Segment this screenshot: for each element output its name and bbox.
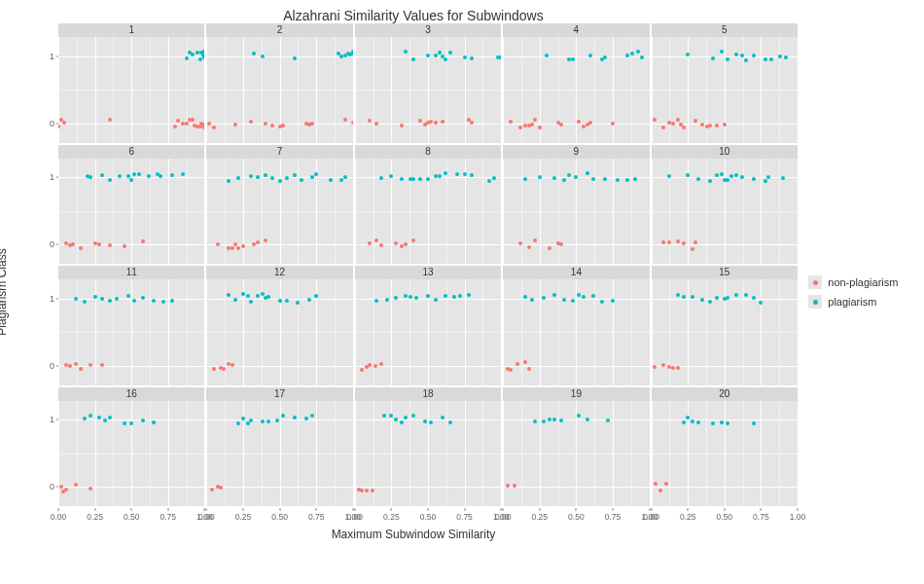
data-point	[559, 419, 563, 422]
data-point	[752, 177, 756, 181]
x-tick-label: 0.00	[347, 512, 364, 522]
y-ticks: 01	[29, 145, 56, 265]
x-ticks: 0.000.250.500.751.00	[206, 508, 352, 526]
data-point	[379, 243, 383, 247]
data-point	[108, 299, 112, 303]
data-point	[574, 175, 578, 179]
y-tick-label: 0	[50, 119, 54, 128]
facet-panel: 20	[652, 387, 798, 507]
data-point	[636, 50, 640, 54]
data-point	[108, 118, 112, 122]
data-point	[588, 121, 592, 125]
facet-body	[503, 279, 649, 385]
x-axis-label: Maximum Subwindow Similarity	[29, 528, 798, 545]
facet-strip-label: 13	[355, 266, 501, 279]
facet-strip-label: 4	[503, 23, 649, 37]
data-point	[518, 241, 522, 245]
data-point	[734, 53, 738, 56]
data-point	[726, 57, 729, 61]
x-tick-mark	[94, 508, 95, 511]
data-point	[588, 54, 592, 57]
x-tick-label: 0.25	[680, 512, 696, 522]
data-point	[281, 124, 285, 128]
data-point	[79, 367, 83, 371]
x-tick-label: 0.25	[532, 512, 549, 522]
data-point	[108, 178, 112, 182]
data-point	[538, 175, 542, 179]
data-point	[176, 119, 180, 123]
facet-strip-label: 18	[355, 387, 501, 401]
data-point	[351, 121, 353, 125]
x-tick-mark	[131, 508, 132, 511]
data-point	[195, 51, 199, 55]
facet-strip-label: 19	[503, 387, 649, 401]
data-point	[715, 124, 719, 128]
facet-panel: 19	[503, 387, 649, 507]
data-point	[640, 55, 644, 59]
legend-label: plagiarism	[828, 296, 876, 308]
data-point	[275, 419, 279, 422]
data-point	[552, 176, 556, 180]
facet-strip-label: 15	[652, 266, 798, 279]
data-point	[231, 363, 234, 367]
data-point	[100, 297, 104, 301]
data-point	[527, 367, 531, 371]
data-point	[64, 363, 68, 367]
data-point	[236, 176, 240, 180]
facet-strip-label: 14	[503, 266, 649, 279]
x-tick-label: 0.50	[568, 512, 585, 522]
data-point	[400, 124, 404, 128]
data-point	[285, 299, 289, 303]
data-point	[249, 419, 253, 422]
facet-panel: 14	[503, 266, 649, 385]
facet-panel: 12	[206, 266, 352, 385]
data-point	[108, 416, 112, 420]
data-point	[97, 242, 101, 246]
data-point	[300, 178, 303, 182]
facet-panel: 1	[58, 23, 204, 143]
data-point	[513, 484, 516, 488]
facet-panel: 5	[652, 23, 798, 143]
data-point	[653, 365, 657, 369]
data-point	[314, 294, 318, 298]
facet-panel: 7	[206, 145, 352, 265]
x-tick-mark	[316, 508, 317, 511]
y-tick-label: 1	[50, 415, 54, 424]
data-point	[586, 171, 589, 175]
data-point	[278, 299, 282, 303]
data-point	[715, 173, 719, 177]
data-point	[682, 295, 686, 299]
data-point	[625, 54, 629, 57]
data-point	[759, 301, 763, 305]
data-point	[293, 416, 297, 420]
x-tick-mark	[797, 508, 798, 511]
facet-strip-label: 9	[503, 145, 649, 159]
data-point	[404, 242, 408, 246]
facet-body	[355, 401, 501, 507]
x-tick-label: 0.75	[605, 512, 622, 522]
data-point	[448, 420, 452, 424]
data-point	[343, 118, 347, 122]
data-point	[411, 238, 415, 242]
data-point	[676, 118, 680, 122]
data-point	[438, 174, 442, 178]
facet-strip-label: 5	[652, 23, 798, 37]
x-tick-mark	[576, 508, 577, 511]
data-point	[74, 297, 78, 301]
y-tick-label: 1	[50, 172, 54, 182]
data-point	[373, 364, 377, 368]
data-point	[152, 299, 156, 303]
data-point	[606, 419, 610, 422]
x-tick-mark	[688, 508, 689, 511]
data-point	[202, 55, 204, 59]
data-point	[734, 293, 738, 297]
data-point	[764, 179, 767, 183]
data-point	[115, 297, 119, 301]
data-point	[129, 421, 133, 425]
data-point	[132, 172, 136, 176]
facet-body	[355, 159, 501, 265]
data-point	[89, 487, 92, 491]
data-point	[582, 125, 586, 128]
data-point	[411, 414, 415, 418]
data-point	[577, 293, 581, 297]
